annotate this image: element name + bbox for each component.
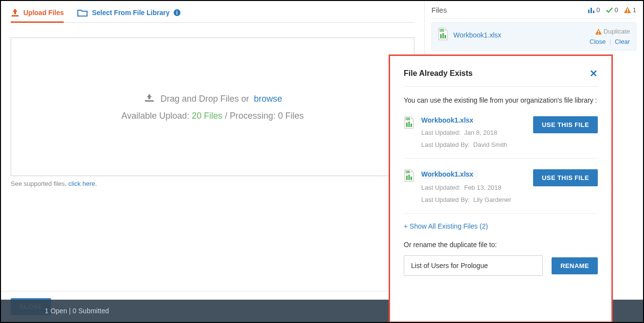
- svg-rect-5: [627, 9, 628, 11]
- svg-rect-12: [598, 30, 599, 32]
- tab-bar: Upload Files Select From File Library i: [11, 6, 414, 23]
- svg-rect-23: [411, 177, 412, 180]
- stat-chart: 0: [588, 6, 600, 14]
- duplicate-badge: Duplicate: [595, 28, 630, 35]
- svg-rect-16: [406, 123, 408, 127]
- svg-text:XLS: XLS: [406, 171, 410, 173]
- file-status-summary: 0 0 1: [588, 6, 636, 14]
- upload-icon: [11, 9, 19, 17]
- svg-rect-0: [12, 15, 18, 17]
- supported-files-link[interactable]: click here.: [69, 180, 97, 187]
- xlsx-icon: XLS: [404, 116, 414, 130]
- rename-button[interactable]: RENAME: [552, 257, 598, 274]
- svg-rect-22: [409, 175, 410, 180]
- upload-counts: Available Upload: 20 Files / Processing:…: [122, 111, 304, 121]
- svg-rect-11: [445, 35, 446, 38]
- last-updated-by: Last Updated By: Lily Gardener: [421, 196, 526, 203]
- warning-icon: [595, 29, 602, 35]
- use-this-file-button[interactable]: USE THIS FILE: [533, 169, 598, 186]
- svg-text:XLS: XLS: [406, 118, 410, 120]
- show-all-files-link[interactable]: + Show All Existing Files (2): [404, 222, 598, 230]
- info-icon[interactable]: i: [174, 9, 180, 16]
- tab-label: Upload Files: [23, 9, 64, 17]
- svg-rect-4: [593, 11, 594, 13]
- svg-rect-13: [598, 33, 599, 34]
- popover-arrow: [548, 54, 558, 55]
- tab-label: Select From File Library: [92, 9, 170, 17]
- xlsx-icon: XLS: [438, 28, 448, 42]
- browse-link[interactable]: browse: [254, 94, 282, 104]
- svg-rect-10: [443, 33, 444, 38]
- stat-ok: 0: [606, 6, 618, 14]
- folder-icon: [77, 9, 88, 17]
- file-exists-modal: File Already Exists ✕ You can use the ex…: [389, 54, 613, 323]
- tab-upload-files[interactable]: Upload Files: [11, 6, 64, 23]
- svg-rect-18: [411, 124, 412, 127]
- rename-input[interactable]: [404, 255, 543, 276]
- svg-rect-1: [145, 100, 154, 102]
- supported-files-note: See supported files, click here.: [11, 180, 414, 187]
- file-close-action[interactable]: Close: [590, 38, 606, 45]
- modal-description: You can use the existing file from your …: [404, 95, 598, 106]
- use-this-file-button[interactable]: USE THIS FILE: [533, 116, 598, 133]
- warning-icon: [624, 7, 631, 13]
- upload-panel: Upload Files Select From File Library i …: [1, 1, 424, 322]
- upload-cloud-icon: [143, 93, 156, 105]
- rename-label: Or rename the duplicate file to:: [404, 241, 598, 249]
- file-row: XLS Workbook1.xlsx Duplicate Close | Cle…: [431, 22, 636, 51]
- file-name-link[interactable]: Workbook1.xlsx: [453, 31, 501, 39]
- svg-rect-9: [440, 34, 442, 38]
- xlsx-icon: XLS: [404, 169, 414, 183]
- stat-warn: 1: [624, 6, 636, 14]
- modal-title: File Already Exists: [404, 69, 473, 78]
- available-count: 20 Files: [192, 111, 222, 121]
- file-dropzone[interactable]: Drag and Drop Files or browse Available …: [11, 37, 414, 176]
- svg-text:XLS: XLS: [440, 29, 444, 32]
- svg-rect-6: [627, 12, 628, 13]
- svg-rect-21: [406, 176, 408, 180]
- existing-file-item: XLS Workbook1.xlsx Last Updated: Feb 13,…: [404, 159, 598, 214]
- file-clear-action[interactable]: Clear: [615, 38, 630, 45]
- svg-rect-2: [588, 10, 590, 13]
- svg-rect-17: [409, 122, 410, 127]
- existing-file-name[interactable]: Workbook1.xlsx: [421, 116, 526, 124]
- dropzone-text: Drag and Drop Files or: [161, 94, 249, 104]
- last-updated: Last Updated: Feb 13, 2018: [421, 184, 526, 191]
- tab-file-library[interactable]: Select From File Library i: [77, 6, 180, 23]
- close-icon[interactable]: ✕: [590, 69, 598, 78]
- last-updated-by: Last Updated By: David Smith: [421, 141, 526, 148]
- last-updated: Last Updated: Jan 8, 2018: [421, 129, 526, 136]
- files-title: Files: [431, 6, 447, 14]
- existing-file-name[interactable]: Workbook1.xlsx: [421, 169, 478, 179]
- check-icon: [606, 7, 613, 13]
- bar-chart-icon: [588, 7, 594, 13]
- existing-file-item: XLS Workbook1.xlsx Last Updated: Jan 8, …: [404, 106, 598, 159]
- svg-rect-3: [590, 8, 592, 13]
